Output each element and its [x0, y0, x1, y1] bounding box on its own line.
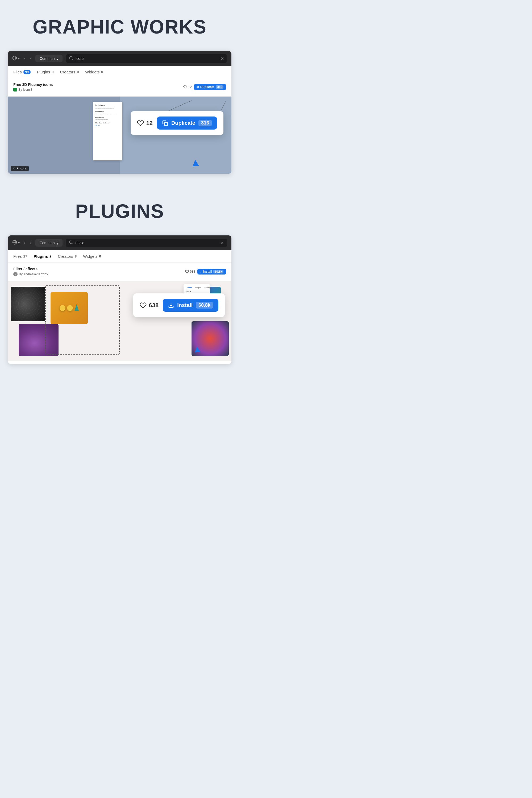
tab-plugins-count-2: 2: [50, 254, 51, 258]
tab-files-count-2: 27: [23, 254, 27, 258]
install-count-small: 60.8k: [213, 270, 224, 273]
tab-files-2[interactable]: Files 27: [13, 254, 27, 259]
popup-like-count-1: 12: [146, 120, 152, 127]
plugin-card-actions: 638 ↓ Install 60.8k: [185, 269, 226, 274]
popup-install-btn-2[interactable]: Install 60.8k: [163, 299, 218, 312]
community-tab-1[interactable]: Community: [35, 55, 63, 62]
download-icon-small: ↓: [200, 270, 202, 273]
filter-tab-plugins: Plugins: [194, 286, 202, 289]
like-badge-small-1: 12: [183, 85, 191, 89]
plugin-card-2: Filter / effects A By Andreslav Kozlov 6…: [8, 263, 231, 281]
cursor-2: ▲: [192, 343, 203, 355]
doc-heading-2: Free Elements: [95, 111, 120, 113]
popup-duplicate-count-1: 316: [198, 120, 212, 126]
popup-duplicate-btn-1[interactable]: Duplicate 316: [157, 116, 217, 130]
search-bar-1[interactable]: Icons ✕: [66, 54, 227, 63]
forward-button[interactable]: ›: [28, 56, 32, 61]
tab-creators-label-1: Creators: [60, 70, 75, 74]
tab-creators-label-2: Creators: [58, 254, 73, 259]
photo-bw: [11, 287, 45, 321]
popup-overlay-2: 638 Install 60.8k: [133, 293, 225, 317]
filter-section-label: Filters: [186, 291, 208, 292]
browser-tabs-1: Files 99 Plugins 0 Creators 0 Widgets 0: [8, 66, 231, 78]
filter-tabs: Home Plugins Settings About: [186, 286, 208, 289]
tab-widgets-label-1: Widgets: [85, 70, 99, 74]
white-doc-1: for designers Lorem ipsum dolor sit amet…: [93, 102, 122, 160]
plugin-author-2: A By Andreslav Kozlov: [13, 272, 48, 277]
tab-plugins-1[interactable]: Plugins 0: [37, 70, 54, 74]
install-btn-small-2[interactable]: ↓ Install 60.8k: [197, 269, 226, 274]
tag-label: ★ Icons: [16, 167, 26, 170]
tab-plugins-2[interactable]: Plugins 2: [34, 254, 51, 259]
tag-bar-1: ✓ ★ Icons: [11, 166, 29, 171]
doc-link: Click Here: [95, 125, 120, 126]
install-label-small: Install: [203, 270, 212, 273]
tab-widgets-1[interactable]: Widgets 0: [85, 70, 103, 74]
forward-button-2[interactable]: ›: [28, 240, 32, 246]
globe-icon-2: [12, 240, 17, 246]
tab-plugins-label-2: Plugins: [34, 254, 48, 259]
file-card-title-row: Free 3D Fluency icons By Icons8: [13, 82, 53, 92]
author-avatar-2: A: [13, 272, 18, 277]
tab-creators-2[interactable]: Creators 8: [58, 254, 77, 259]
dashed-select-2: [45, 285, 120, 355]
file-card-1: Free 3D Fluency icons By Icons8 12 ⧉: [8, 78, 231, 97]
filter-tab-settings: Settings: [203, 286, 212, 289]
tab-files-1[interactable]: Files 99: [13, 70, 31, 74]
doc-heading-1: for designers: [95, 104, 120, 107]
back-button-2[interactable]: ‹: [23, 240, 26, 246]
popup-install-count-2: 60.8k: [196, 302, 213, 308]
filter-tab-about: About: [213, 286, 220, 289]
page-wrapper: GRAPHIC WORKS ▾ ‹ › Community: [0, 0, 240, 401]
screenshot-area-2: Home Plugins Settings About Filters Swir…: [8, 281, 231, 364]
browser-nav: ‹ ›: [23, 56, 32, 61]
tab-creators-count-1: 0: [77, 70, 79, 74]
popup-like-count-2: 638: [149, 302, 158, 309]
duplicate-btn-small-1[interactable]: ⧉ Duplicate 316: [194, 84, 226, 90]
popup-duplicate-label-1: Duplicate: [171, 120, 195, 126]
like-badge-small-2: 638: [185, 270, 195, 273]
svg-line-12: [72, 243, 73, 244]
popup-install-label-2: Install: [177, 302, 193, 308]
tab-widgets-2[interactable]: Widgets 0: [83, 254, 101, 259]
globe-area-2[interactable]: ▾: [12, 240, 20, 246]
doc-content: for designers Lorem ipsum dolor sit amet…: [93, 102, 122, 129]
screenshot-area-1: for designers Lorem ipsum dolor sit amet…: [8, 97, 231, 174]
plugins-title: PLUGINS: [75, 200, 164, 222]
svg-point-3: [70, 56, 72, 59]
like-count-small-1: 12: [188, 85, 191, 89]
search-text-2: noise: [75, 241, 218, 245]
svg-point-11: [70, 241, 72, 244]
browser-content-1: Free 3D Fluency icons By Icons8 12 ⧉: [8, 78, 231, 174]
tab-plugins-label-1: Plugins: [37, 70, 50, 74]
search-text-1: Icons: [75, 56, 218, 61]
svg-rect-7: [165, 122, 168, 126]
browser-content-2: Filter / effects A By Andreslav Kozlov 6…: [8, 263, 231, 364]
search-clear-1[interactable]: ✕: [221, 56, 224, 61]
file-author-1: By Icons8: [13, 88, 53, 92]
search-clear-2[interactable]: ✕: [221, 241, 224, 246]
tab-widgets-count-1: 0: [101, 70, 103, 74]
back-button[interactable]: ‹: [23, 56, 26, 61]
bw-pattern: [11, 287, 45, 321]
duplicate-label-small-1: Duplicate: [200, 85, 215, 89]
globe-area[interactable]: ▾: [12, 56, 20, 61]
file-title-1: Free 3D Fluency icons: [13, 82, 53, 87]
plugin-card-header: Filter / effects A By Andreslav Kozlov 6…: [13, 267, 226, 277]
filter-tab-home: Home: [186, 286, 193, 289]
tab-creators-1[interactable]: Creators 0: [60, 70, 79, 74]
duplicate-count-small-1: 316: [216, 85, 224, 89]
doc-text-1: Lorem ipsum dolor sit amet consectetur: [95, 108, 120, 109]
doc-heading-4: What about the license?: [95, 122, 120, 124]
globe-icon: [12, 56, 17, 61]
duplicate-icon-small-1: ⧉: [196, 85, 199, 89]
browser-window-1: ▾ ‹ › Community Icons ✕ Files: [8, 51, 231, 174]
bw-overlay: [11, 287, 45, 321]
popup-like-1: 12: [137, 120, 152, 127]
author-name-1: By Icons8: [18, 88, 33, 92]
graphic-works-title: GRAPHIC WORKS: [33, 16, 207, 38]
tab-files-label-1: Files: [13, 70, 22, 74]
search-bar-2[interactable]: noise ✕: [66, 239, 227, 247]
community-tab-2[interactable]: Community: [35, 239, 63, 247]
file-card-header-1: Free 3D Fluency icons By Icons8 12 ⧉: [13, 82, 226, 92]
